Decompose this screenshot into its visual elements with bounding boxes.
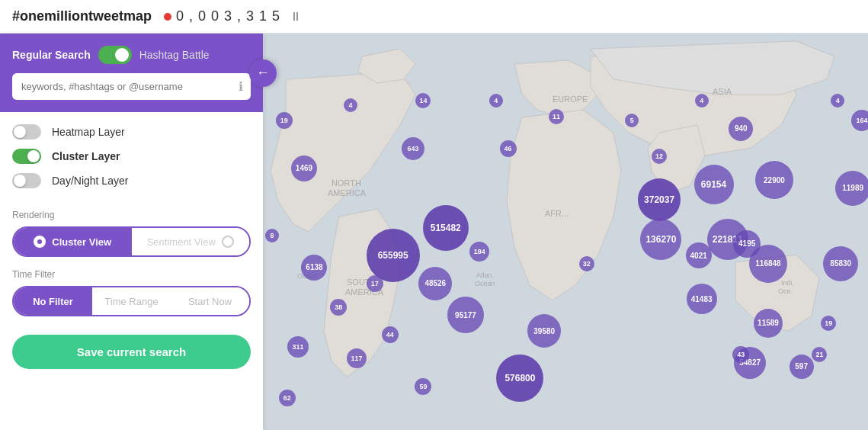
cluster-bubble-c30[interactable]: 117	[347, 348, 367, 368]
svg-text:Ocean: Ocean	[475, 280, 495, 287]
render-buttons: Cluster View Sentiment View	[12, 226, 251, 257]
time-filter-label: Time Filter	[12, 269, 251, 280]
cluster-bubble-c45[interactable]: 597	[790, 355, 814, 379]
time-buttons: No Filter Time Range Start Now	[12, 286, 251, 316]
toggle-thumb	[115, 48, 129, 62]
svg-text:Atlan.: Atlan.	[476, 271, 494, 279]
sentiment-view-button[interactable]: Sentiment View	[132, 228, 250, 255]
rendering-label: Rendering	[12, 210, 251, 220]
cluster-bubble-c35[interactable]: 14	[415, 93, 431, 108]
time-range-button[interactable]: Time Range	[92, 287, 171, 315]
cluster-view-button[interactable]: Cluster View	[14, 228, 132, 255]
cluster-bubble-c15[interactable]: 85830	[823, 246, 858, 281]
live-dot-icon	[164, 13, 171, 21]
cluster-bubble-c31[interactable]: 311	[287, 336, 309, 358]
cluster-bubble-c25[interactable]: 17	[367, 275, 383, 292]
radio-inner	[37, 239, 42, 244]
svg-text:Oce.: Oce.	[778, 287, 793, 295]
cluster-bubble-c48[interactable]: 19	[821, 316, 836, 331]
cluster-bubble-c44[interactable]: 8	[265, 229, 279, 242]
cluster-bubble-c10[interactable]: 11989	[835, 171, 868, 206]
cluster-bubble-c32[interactable]: 62	[279, 390, 296, 406]
cluster-bubble-c2[interactable]: 515482	[423, 205, 469, 251]
back-button[interactable]: ←	[249, 59, 277, 87]
cluster-bubble-c29[interactable]: 59	[415, 378, 431, 395]
time-range-label: Time Range	[104, 296, 158, 307]
pause-button[interactable]: ⏸	[290, 10, 302, 24]
search-toggle-row: Regular Search Hashtag Battle	[12, 46, 251, 64]
svg-text:Indi.: Indi.	[781, 279, 794, 287]
cluster-bubble-c21[interactable]: 1469	[291, 156, 317, 181]
cluster-bubble-c18[interactable]: 11589	[754, 309, 783, 338]
heatmap-toggle[interactable]	[12, 124, 41, 140]
regular-search-label: Regular Search	[12, 49, 91, 61]
search-input-wrap: ℹ	[12, 73, 251, 100]
cluster-view-label: Cluster View	[52, 236, 111, 248]
no-filter-label: No Filter	[33, 296, 73, 307]
cluster-bubble-c20[interactable]: 940	[729, 117, 753, 141]
start-now-button[interactable]: Start Now	[171, 287, 249, 315]
svg-text:EUROPE: EUROPE	[553, 95, 588, 104]
cluster-bubble-c5[interactable]: 136270	[640, 219, 681, 260]
cluster-toggle[interactable]	[12, 149, 41, 164]
cluster-bubble-c38[interactable]: 5	[625, 114, 639, 127]
cluster-bubble-c16[interactable]: 4021	[686, 242, 712, 268]
cluster-bubble-c3[interactable]: 576800	[496, 355, 543, 402]
main-layout: Regular Search Hashtag Battle ℹ ←	[0, 34, 868, 430]
cluster-bubble-c4[interactable]: 372037	[638, 178, 681, 221]
svg-text:ASIA: ASIA	[713, 87, 732, 96]
daynight-toggle[interactable]	[12, 173, 41, 188]
cluster-bubble-c26[interactable]: 38	[330, 299, 347, 316]
heatmap-layer-row: Heatmap Layer	[12, 124, 251, 140]
cluster-bubble-c6[interactable]: 69154	[694, 165, 734, 204]
cluster-bubble-c13[interactable]: 39580	[527, 314, 561, 348]
cluster-bubble-c23[interactable]: 643	[402, 137, 424, 160]
cluster-bubble-c27[interactable]: 44	[382, 326, 399, 343]
cluster-bubble-c37[interactable]: 11	[549, 109, 564, 124]
cluster-bubble-c34[interactable]: 4	[344, 98, 357, 112]
cluster-bubble-c47[interactable]: 21	[812, 347, 827, 362]
cluster-bubble-c28[interactable]: 32	[579, 256, 594, 271]
cluster-bubble-c41[interactable]: 4	[831, 94, 844, 108]
cluster-bubble-c43[interactable]: 46	[500, 140, 517, 157]
cluster-label: Cluster Layer	[52, 150, 120, 162]
cluster-bubble-c12[interactable]: 48526	[418, 267, 452, 300]
cluster-bubble-c42[interactable]: 164	[851, 110, 868, 131]
info-icon[interactable]: ℹ	[239, 79, 243, 94]
rendering-section: Rendering Cluster View Sentiment View	[0, 210, 263, 269]
heatmap-label: Heatmap Layer	[52, 126, 125, 138]
svg-text:AMERICA: AMERICA	[328, 188, 367, 197]
cluster-bubble-c46[interactable]: 43	[732, 346, 749, 363]
map-area[interactable]: NORTH AMERICA SOUTH AMERICA EUROPE AFR..…	[263, 34, 868, 430]
cluster-bubble-c24[interactable]: 184	[469, 242, 489, 262]
sidebar: Regular Search Hashtag Battle ℹ ←	[0, 34, 263, 430]
cluster-bubble-c22[interactable]: 6138	[301, 255, 327, 281]
svg-text:AFR...: AFR...	[545, 209, 569, 218]
cluster-view-radio	[34, 236, 46, 248]
cluster-bubble-c39[interactable]: 12	[652, 149, 667, 164]
no-filter-button[interactable]: No Filter	[14, 287, 92, 315]
cluster-bubble-c36[interactable]: 4	[489, 94, 503, 108]
app-title: #onemilliontweetmap	[12, 8, 152, 24]
daynight-thumb	[14, 175, 26, 187]
cluster-layer-row: Cluster Layer	[12, 149, 251, 164]
hashtag-battle-label: Hashtag Battle	[139, 49, 210, 61]
cluster-bubble-c14[interactable]: 4195	[733, 230, 761, 258]
sentiment-view-radio	[222, 236, 234, 248]
cluster-bubble-c33[interactable]: 19	[276, 112, 293, 129]
search-panel: Regular Search Hashtag Battle ℹ ←	[0, 34, 263, 112]
cluster-bubble-c17[interactable]: 41483	[687, 284, 717, 314]
cluster-bubble-c40[interactable]: 4	[695, 94, 709, 108]
save-search-button[interactable]: Save current search	[12, 335, 251, 369]
time-section: Time Filter No Filter Time Range Start N…	[0, 269, 263, 329]
search-mode-toggle[interactable]	[98, 46, 132, 64]
daynight-layer-row: Day/Night Layer	[12, 173, 251, 188]
cluster-bubble-c11[interactable]: 95177	[447, 297, 484, 333]
header: #onemilliontweetmap 0 , 0 0 3 , 3 1 5 ⏸	[0, 0, 868, 34]
cluster-bubble-c7[interactable]: 22900	[755, 161, 793, 199]
cluster-thumb	[27, 150, 40, 162]
search-input[interactable]	[12, 73, 251, 100]
layers-section: Heatmap Layer Cluster Layer Day/Night La…	[0, 112, 263, 210]
world-map-svg: NORTH AMERICA SOUTH AMERICA EUROPE AFR..…	[263, 34, 868, 430]
daynight-label: Day/Night Layer	[52, 175, 128, 187]
